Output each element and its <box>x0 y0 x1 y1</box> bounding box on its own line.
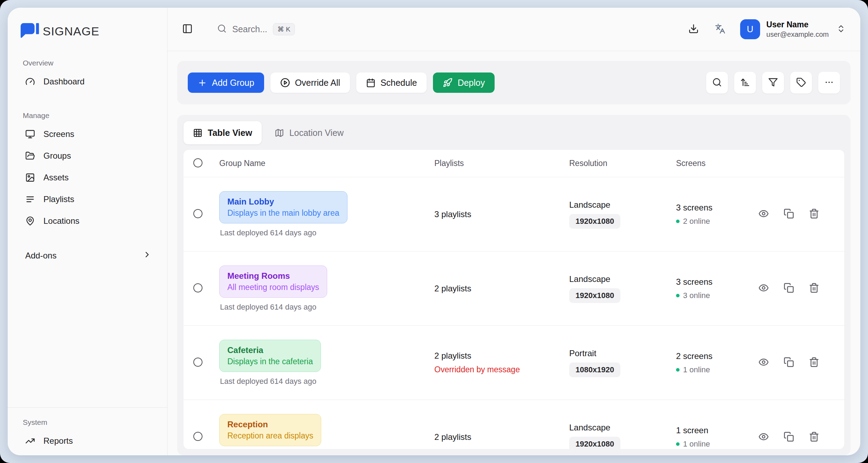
override-all-label: Override All <box>295 78 340 88</box>
group-badge[interactable]: Reception Reception area displays <box>219 414 321 446</box>
global-search[interactable]: Search... ⌘ K <box>217 23 295 35</box>
user-meta[interactable]: User Name user@example.com <box>766 20 829 39</box>
search-shortcut-badge: ⌘ K <box>273 23 295 35</box>
row-checkbox-cell <box>184 358 216 368</box>
addons-label: Add-ons <box>25 251 56 261</box>
select-all-checkbox[interactable] <box>193 158 202 167</box>
tab-table-view[interactable]: Table View <box>184 121 262 144</box>
view-group-button[interactable] <box>758 357 769 368</box>
sidebar-item-addons[interactable]: Add-ons <box>8 244 167 267</box>
resolution-badge: 1920x1080 <box>569 437 620 449</box>
user-avatar[interactable]: U <box>740 19 760 39</box>
online-dot <box>676 220 680 223</box>
deploy-label: Deploy <box>457 78 485 88</box>
group-name: Meeting Rooms <box>227 271 319 281</box>
download-button[interactable] <box>688 23 699 35</box>
view-tabs: Table View Location View <box>184 121 844 144</box>
duplicate-group-button[interactable] <box>784 208 794 220</box>
table-search-button[interactable] <box>706 72 728 94</box>
user-email: user@example.com <box>766 30 829 39</box>
group-name: Cafeteria <box>227 345 313 355</box>
row-checkbox[interactable] <box>193 358 202 367</box>
header-checkbox-cell <box>184 158 216 169</box>
playlists-cell: 2 playlists <box>434 284 569 293</box>
groups-table: Group Name Playlists Resolution Screens … <box>184 150 844 449</box>
view-group-button[interactable] <box>758 208 769 220</box>
online-status: 1 online <box>676 365 758 374</box>
sort-button[interactable] <box>734 72 756 94</box>
duplicate-group-button[interactable] <box>784 431 794 443</box>
online-status: 2 online <box>676 217 758 226</box>
group-name-cell: Cafeteria Displays in the cafeteria Last… <box>216 340 434 386</box>
gauge-icon <box>25 77 35 87</box>
copy-icon <box>784 208 794 220</box>
column-header-resolution: Resolution <box>569 159 676 168</box>
view-group-button[interactable] <box>758 431 769 443</box>
group-badge[interactable]: Meeting Rooms All meeting room displays <box>219 265 327 298</box>
delete-group-button[interactable] <box>809 208 819 220</box>
rocket-icon <box>443 78 453 88</box>
actions-toolbar: Add Group Override All Sch <box>177 61 850 104</box>
tab-location-view[interactable]: Location View <box>265 121 353 144</box>
row-checkbox[interactable] <box>193 283 202 292</box>
sidebar-toggle-button[interactable] <box>182 23 193 35</box>
schedule-label: Schedule <box>380 78 417 88</box>
sidebar-section-manage: Manage <box>8 111 167 120</box>
row-actions <box>758 431 844 443</box>
row-checkbox[interactable] <box>193 209 202 218</box>
deploy-button[interactable]: Deploy <box>433 72 495 93</box>
sidebar-item-groups[interactable]: Groups <box>8 145 167 167</box>
duplicate-group-button[interactable] <box>784 357 794 368</box>
override-all-button[interactable]: Override All <box>270 72 350 93</box>
chevron-right-icon <box>143 250 152 261</box>
sidebar-item-screens[interactable]: Screens <box>8 123 167 145</box>
topbar: Search... ⌘ K U <box>167 8 860 51</box>
sidebar-item-dashboard[interactable]: Dashboard <box>8 71 167 92</box>
view-group-button[interactable] <box>758 283 769 294</box>
copy-icon <box>784 283 794 294</box>
more-options-button[interactable] <box>818 72 840 94</box>
sort-ascending-icon <box>740 77 750 88</box>
row-checkbox-cell <box>184 283 216 294</box>
tag-icon <box>796 77 806 88</box>
screens-cell: 3 screens 2 online <box>676 203 758 226</box>
sidebar-item-playlists[interactable]: Playlists <box>8 188 167 210</box>
language-button[interactable] <box>715 23 725 35</box>
group-badge[interactable]: Main Lobby Displays in the main lobby ar… <box>219 191 347 223</box>
screens-cell: 1 screen 1 online <box>676 426 758 449</box>
resolution-badge: 1920x1080 <box>569 214 620 229</box>
sidebar-item-locations[interactable]: Locations <box>8 210 167 232</box>
add-group-button[interactable]: Add Group <box>188 72 264 93</box>
online-dot <box>676 294 680 297</box>
languages-icon <box>715 23 725 35</box>
duplicate-group-button[interactable] <box>784 283 794 294</box>
table-row[interactable]: Cafeteria Displays in the cafeteria Last… <box>184 326 844 400</box>
pisignage-logo-icon <box>20 22 39 40</box>
table-row[interactable]: Main Lobby Displays in the main lobby ar… <box>184 177 844 251</box>
sidebar-item-label: Groups <box>43 151 71 161</box>
last-deployed-text: Last deployed 614 days ago <box>219 228 431 237</box>
delete-group-button[interactable] <box>809 283 819 294</box>
chevrons-up-down-icon[interactable] <box>836 24 846 35</box>
table-row[interactable]: Meeting Rooms All meeting room displays … <box>184 251 844 326</box>
schedule-button[interactable]: Schedule <box>356 72 427 93</box>
playlists-count: 2 playlists <box>434 432 569 442</box>
filter-button[interactable] <box>762 72 784 94</box>
delete-group-button[interactable] <box>809 357 819 368</box>
plus-icon <box>198 78 207 88</box>
sidebar-item-assets[interactable]: Assets <box>8 167 167 188</box>
online-count: 2 online <box>683 217 710 226</box>
sidebar-item-reports[interactable]: Reports <box>8 430 167 452</box>
trending-up-icon <box>25 436 35 446</box>
row-checkbox[interactable] <box>193 432 202 441</box>
topbar-right: U User Name user@example.com <box>688 19 846 39</box>
sidebar-spacer <box>8 267 167 407</box>
table-row[interactable]: Reception Reception area displays Last d… <box>184 400 844 449</box>
row-actions <box>758 283 844 294</box>
search-icon <box>712 77 722 88</box>
online-status: 3 online <box>676 291 758 300</box>
group-badge[interactable]: Cafeteria Displays in the cafeteria <box>219 340 321 372</box>
tags-button[interactable] <box>790 72 812 94</box>
delete-group-button[interactable] <box>809 431 819 443</box>
sidebar-item-label: Playlists <box>43 194 74 204</box>
